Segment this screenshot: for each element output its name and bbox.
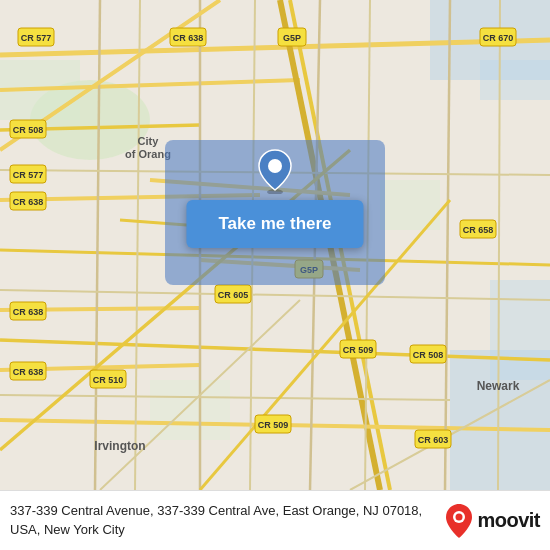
svg-text:CR 509: CR 509 bbox=[343, 345, 374, 355]
svg-text:CR 658: CR 658 bbox=[463, 225, 494, 235]
footer: 337-339 Central Avenue, 337-339 Central … bbox=[0, 490, 550, 550]
svg-text:CR 577: CR 577 bbox=[21, 33, 52, 43]
svg-text:CR 508: CR 508 bbox=[413, 350, 444, 360]
map-container: CR 577 CR 638 CR 508 CR 577 CR 638 G5P C… bbox=[0, 0, 550, 490]
svg-text:CR 670: CR 670 bbox=[483, 33, 514, 43]
svg-text:CR 509: CR 509 bbox=[258, 420, 289, 430]
svg-text:CR 605: CR 605 bbox=[218, 290, 249, 300]
svg-text:CR 638: CR 638 bbox=[13, 367, 44, 377]
svg-text:CR 638: CR 638 bbox=[13, 307, 44, 317]
moovit-pin-icon bbox=[445, 503, 473, 539]
svg-text:CR 638: CR 638 bbox=[173, 33, 204, 43]
svg-text:CR 508: CR 508 bbox=[13, 125, 44, 135]
svg-text:CR 510: CR 510 bbox=[93, 375, 124, 385]
svg-text:City: City bbox=[138, 135, 160, 147]
address-text: 337-339 Central Avenue, 337-339 Central … bbox=[10, 502, 437, 538]
moovit-brand-text: moovit bbox=[477, 509, 540, 532]
svg-point-78 bbox=[268, 159, 282, 173]
map-pin bbox=[257, 148, 293, 198]
svg-text:G5P: G5P bbox=[283, 33, 301, 43]
svg-text:Newark: Newark bbox=[477, 379, 520, 393]
svg-text:CR 577: CR 577 bbox=[13, 170, 44, 180]
svg-text:CR 638: CR 638 bbox=[13, 197, 44, 207]
take-me-there-button[interactable]: Take me there bbox=[186, 200, 363, 248]
svg-point-80 bbox=[456, 513, 463, 520]
svg-text:CR 603: CR 603 bbox=[418, 435, 449, 445]
moovit-logo: moovit bbox=[445, 503, 540, 539]
svg-text:Irvington: Irvington bbox=[94, 439, 145, 453]
svg-rect-2 bbox=[480, 60, 550, 100]
